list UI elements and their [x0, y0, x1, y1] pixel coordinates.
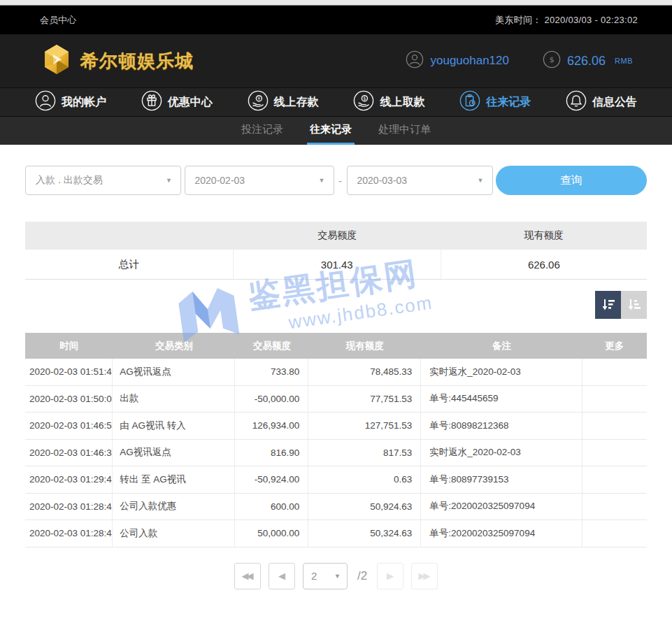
transaction-type-select[interactable]: 入款 . 出款交易 ▼ — [25, 166, 181, 195]
col-header-type: 交易类别 — [113, 333, 235, 359]
table-row: 2020-02-03 01:46:30 AG视讯返点 816.90 817.53… — [25, 440, 647, 467]
balance-amount: 626.06 — [567, 54, 606, 69]
nav-item-transaction-records[interactable]: 往来记录 — [459, 90, 531, 114]
cell-balance: 127,751.53 — [308, 413, 421, 439]
cell-more — [582, 520, 647, 547]
cell-remark: 单号:2020020325097094 — [421, 494, 582, 520]
summary-total-row: 总计 301.43 626.06 — [25, 250, 647, 280]
cell-type: AG视讯返点 — [113, 359, 235, 385]
cell-type: 由 AG视讯 转入 — [113, 413, 235, 439]
cell-more — [582, 359, 647, 385]
cell-amount: -50,000.00 — [235, 386, 308, 413]
balance-display[interactable]: $ 626.06 RMB — [543, 50, 633, 71]
withdraw-icon: $ — [353, 90, 374, 114]
topbar: 会员中心 美东时间： 2020/03/03 - 02:23:02 — [0, 6, 672, 34]
tab-pending-orders[interactable]: 处理中订单 — [376, 117, 434, 145]
sub-nav: 投注记录 往来记录 处理中订单 — [0, 117, 672, 145]
cell-more — [582, 494, 647, 520]
brand[interactable]: 希尔顿娱乐城 — [40, 43, 194, 79]
cell-remark: 实时返水_2020-02-03 — [421, 440, 582, 466]
cell-amount: 600.00 — [235, 494, 308, 520]
col-header-balance: 现有额度 — [308, 333, 421, 359]
browser-edge-strip — [0, 0, 672, 6]
date-to-select[interactable]: 2020-03-03 ▼ — [347, 166, 493, 195]
table-row: 2020-02-03 01:28:42 公司入款优惠 600.00 50,924… — [25, 494, 647, 521]
cell-amount: 126,934.00 — [235, 413, 308, 439]
records-table: 时间 交易类别 交易额度 现有额度 备注 更多 2020-02-03 01:51… — [25, 333, 647, 547]
cell-balance: 77,751.53 — [308, 386, 421, 413]
cell-more — [582, 413, 647, 439]
tab-betting-records[interactable]: 投注记录 — [238, 117, 286, 145]
records-icon — [459, 90, 480, 114]
table-row: 2020-02-03 01:50:00 出款 -50,000.00 77,751… — [25, 386, 647, 413]
caret-down-icon: ▼ — [478, 177, 484, 184]
cell-balance: 817.53 — [308, 440, 421, 466]
bell-icon — [566, 90, 587, 114]
cell-time: 2020-02-03 01:46:52 — [25, 413, 113, 439]
svg-text:¥: ¥ — [257, 96, 260, 101]
cell-type: 转出 至 AG视讯 — [113, 466, 235, 493]
summary-header-row: 交易额度 现有额度 — [25, 222, 647, 250]
summary-total-label: 总计 — [25, 250, 234, 279]
member-center-label: 会员中心 — [40, 14, 76, 27]
query-button[interactable]: 查询 — [496, 166, 647, 195]
user-account[interactable]: youguohan120 — [406, 50, 509, 71]
user-avatar-icon — [406, 50, 424, 71]
date-from-select[interactable]: 2020-02-03 ▼ — [185, 166, 334, 195]
cell-time: 2020-02-03 01:51:41 — [25, 359, 113, 385]
col-header-time: 时间 — [25, 333, 113, 359]
cell-more — [582, 386, 647, 413]
table-row: 2020-02-03 01:46:52 由 AG视讯 转入 126,934.00… — [25, 413, 647, 440]
cell-type: 公司入款 — [113, 520, 235, 547]
cell-balance: 78,485.33 — [308, 359, 421, 385]
table-row: 2020-02-03 01:29:47 转出 至 AG视讯 -50,924.00… — [25, 466, 647, 494]
page-select[interactable]: 2 ▼ — [303, 563, 348, 589]
cell-remark: 实时返水_2020-02-03 — [421, 359, 582, 385]
last-page-button[interactable]: ▶▶ — [411, 563, 438, 589]
cell-amount: -50,924.00 — [235, 466, 308, 493]
nav-item-my-account[interactable]: 我的帐户 — [35, 90, 106, 114]
user-icon — [35, 90, 56, 114]
caret-down-icon: ▼ — [166, 177, 172, 184]
balance-currency: RMB — [615, 57, 633, 65]
cell-time: 2020-02-03 01:46:30 — [25, 440, 113, 466]
cell-amount: 50,000.00 — [235, 520, 308, 547]
total-pages-label: /2 — [357, 569, 367, 583]
cell-time: 2020-02-03 01:29:47 — [25, 466, 113, 493]
col-header-amount: 交易额度 — [235, 333, 308, 359]
cell-amount: 733.80 — [235, 359, 308, 385]
gift-icon — [141, 90, 162, 114]
sort-descending-button[interactable] — [595, 291, 621, 319]
summary-trade-value: 301.43 — [234, 250, 441, 279]
cell-amount: 816.90 — [235, 440, 308, 466]
cell-more — [582, 466, 647, 493]
nav-item-withdraw[interactable]: $ 线上取款 — [353, 90, 424, 114]
cell-balance: 0.63 — [308, 466, 421, 493]
next-page-button[interactable]: ▶ — [377, 563, 403, 589]
cell-time: 2020-02-03 01:28:42 — [25, 520, 113, 547]
cell-type: 出款 — [113, 386, 235, 413]
cell-type: 公司入款优惠 — [113, 494, 235, 520]
cell-balance: 50,324.63 — [308, 520, 421, 547]
records-header-row: 时间 交易类别 交易额度 现有额度 备注 更多 — [25, 333, 647, 359]
date-range-separator: - — [337, 175, 343, 187]
nav-item-deposit[interactable]: ¥ 线上存款 — [248, 90, 319, 114]
brand-title: 希尔顿娱乐城 — [80, 49, 194, 73]
sort-ascending-button[interactable] — [621, 291, 647, 319]
main-nav: 我的帐户 优惠中心 ¥ 线上存款 — [0, 88, 672, 117]
summary-header-empty — [25, 222, 234, 250]
tab-transaction-records[interactable]: 往来记录 — [307, 117, 355, 145]
pagination: ◀◀ ◀ 2 ▼ /2 ▶ ▶▶ — [0, 563, 672, 589]
nav-item-announcements[interactable]: 信息公告 — [566, 90, 637, 114]
cell-time: 2020-02-03 01:50:00 — [25, 386, 113, 413]
filter-bar: 入款 . 出款交易 ▼ 2020-02-03 ▼ - 2020-03-03 ▼ … — [25, 166, 647, 195]
sort-toolbar — [0, 291, 647, 319]
prev-page-button[interactable]: ◀ — [269, 563, 295, 589]
svg-text:$: $ — [364, 96, 366, 101]
cell-more — [582, 440, 647, 466]
cell-remark: 单号:2020020325097094 — [421, 520, 582, 547]
first-page-button[interactable]: ◀◀ — [234, 563, 261, 589]
col-header-more: 更多 — [582, 333, 647, 359]
nav-item-promotions[interactable]: 优惠中心 — [141, 90, 213, 114]
summary-table: 交易额度 现有额度 总计 301.43 626.06 — [25, 222, 647, 280]
